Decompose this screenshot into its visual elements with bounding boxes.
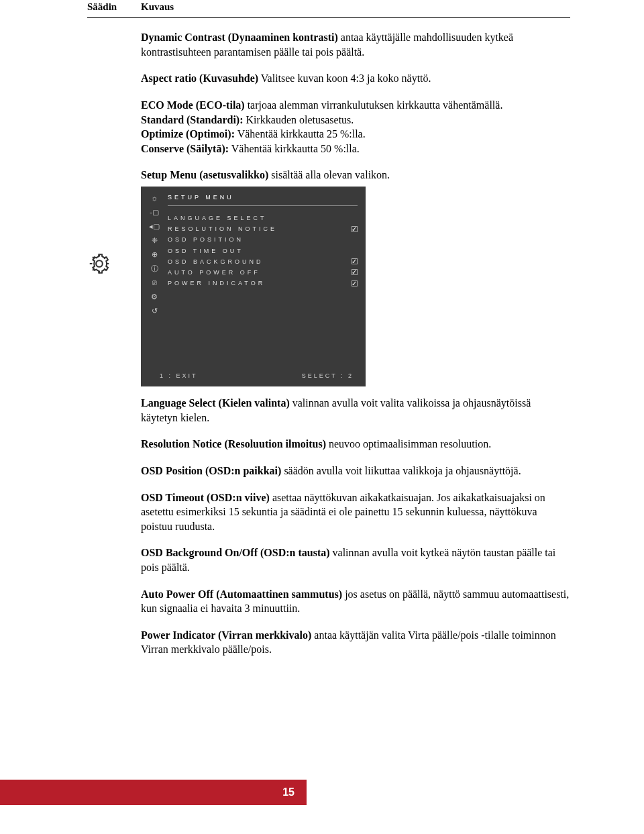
text: neuvoo optimaalisimman resoluution.: [326, 438, 491, 450]
para-osd-timeout: OSD Timeout (OSD:n viive) asettaa näyttö…: [141, 490, 570, 534]
bold: OSD Background On/Off (OSD:n tausta): [141, 547, 330, 558]
footer-left: [0, 780, 270, 805]
text: säädön avulla voit liikuttaa valikkoja j…: [281, 465, 521, 476]
osd-checkbox: [352, 269, 358, 275]
info-icon: ⓘ: [151, 265, 158, 272]
icon-column: [87, 30, 141, 280]
bold: Conserve (Säilytä):: [141, 143, 229, 154]
osd-item-label: LANGUAGE SELECT: [168, 214, 267, 222]
footer-right: [307, 780, 644, 805]
adjust-icon: ⎚: [152, 279, 157, 286]
para-resolution-notice: Resolution Notice (Resoluution ilmoitus)…: [141, 437, 570, 452]
osd-item-label: OSD BACKGROUND: [168, 258, 264, 266]
globe-icon: ⊕: [152, 251, 158, 258]
brightness-icon: ☼: [151, 195, 158, 202]
osd-item: OSD TIME OUT: [168, 246, 358, 256]
reset-icon: ↺: [152, 307, 158, 315]
para-language-select: Language Select (Kielen valinta) valinna…: [141, 396, 570, 425]
osd-footer: 1 : EXIT SELECT : 2: [141, 366, 366, 386]
osd-item: OSD BACKGROUND: [168, 256, 358, 267]
osd-item: AUTO POWER OFF: [168, 267, 358, 278]
bold: OSD Timeout (OSD:n viive): [141, 492, 270, 503]
content-row: Dynamic Contrast (Dynaaminen kontrasti) …: [87, 30, 570, 669]
bold: Dynamic Contrast (Dynaaminen kontrasti): [141, 32, 338, 43]
text: tarjoaa alemman virrankulutuksen kirkkau…: [245, 99, 503, 111]
footer-bar: 15: [0, 780, 644, 805]
page: Säädin Kuvaus Dynamic Contrast (Dynaamin…: [0, 0, 644, 805]
bold: OSD Position (OSD:n paikkai): [141, 465, 281, 476]
para-aspect-ratio: Aspect ratio (Kuvasuhde) Valitsee kuvan …: [141, 71, 570, 86]
audio-icon: ◂▢: [149, 223, 160, 230]
input-icon: -▢: [150, 209, 159, 216]
osd-item-label: OSD TIME OUT: [168, 247, 244, 255]
text: Vähentää kirkkautta 50 %:lla.: [229, 143, 360, 154]
osd-item: POWER INDICATOR: [168, 278, 358, 289]
text: Kirkkauden oletusasetus.: [243, 114, 354, 125]
text: Vähentää kirkkautta 25 %:lla.: [235, 128, 366, 140]
para-power-indicator: Power Indicator (Virran merkkivalo) anta…: [141, 628, 570, 657]
gear-icon: [87, 252, 111, 276]
osd-main: SETUP MENU LANGUAGE SELECTRESOLUTION NOT…: [162, 193, 358, 356]
osd-item-label: AUTO POWER OFF: [168, 268, 260, 276]
osd-item-label: POWER INDICATOR: [168, 279, 265, 287]
osd-checkbox: [352, 280, 358, 286]
osd-items: LANGUAGE SELECTRESOLUTION NOTICEOSD POSI…: [168, 213, 358, 289]
osd-panel: ☼ -▢ ◂▢ ❈ ⊕ ⓘ ⎚ ⚙ ↺ SETUP MENU LANGUAGE …: [141, 187, 366, 386]
osd-footer-exit: 1 : EXIT: [160, 372, 198, 380]
page-number: 15: [270, 780, 307, 805]
bold: Auto Power Off (Automaattinen sammutus): [141, 588, 342, 600]
bold: Setup Menu (asetusvalikko): [141, 169, 268, 180]
osd-checkbox: [352, 258, 358, 264]
settings-gear-icon: ⚙: [151, 293, 158, 301]
osd-item: LANGUAGE SELECT: [168, 213, 358, 223]
bold: Language Select (Kielen valinta): [141, 397, 290, 409]
header-kuvaus: Kuvaus: [141, 0, 570, 13]
text: Valitsee kuvan koon 4:3 ja koko näyttö.: [258, 72, 431, 84]
bold: Optimize (Optimoi):: [141, 128, 235, 140]
table-header: Säädin Kuvaus: [87, 0, 570, 18]
color-icon: ❈: [152, 237, 158, 244]
para-osd-position: OSD Position (OSD:n paikkai) säädön avul…: [141, 464, 570, 478]
para-dynamic-contrast: Dynamic Contrast (Dynaaminen kontrasti) …: [141, 30, 570, 59]
osd-spacer: [168, 289, 358, 356]
osd-checkbox: [352, 226, 358, 232]
osd-item: RESOLUTION NOTICE: [168, 223, 358, 234]
osd-footer-select: SELECT : 2: [302, 372, 354, 380]
bold: Power Indicator (Virran merkkivalo): [141, 629, 311, 641]
osd-item: OSD POSITION: [168, 234, 358, 245]
svg-point-0: [96, 260, 103, 267]
para-setup-menu: Setup Menu (asetusvalikko) sisältää alla…: [141, 168, 570, 183]
osd-item-label: RESOLUTION NOTICE: [168, 225, 277, 233]
para-auto-power-off: Auto Power Off (Automaattinen sammutus) …: [141, 587, 570, 616]
bold: Aspect ratio (Kuvasuhde): [141, 72, 258, 84]
osd-body: ☼ -▢ ◂▢ ❈ ⊕ ⓘ ⎚ ⚙ ↺ SETUP MENU LANGUAGE …: [141, 187, 366, 366]
header-saadin: Säädin: [87, 0, 141, 13]
bold: Resolution Notice (Resoluution ilmoitus): [141, 438, 326, 450]
para-osd-background: OSD Background On/Off (OSD:n tausta) val…: [141, 545, 570, 574]
osd-title: SETUP MENU: [168, 193, 358, 206]
description-column: Dynamic Contrast (Dynaaminen kontrasti) …: [141, 30, 570, 669]
bold: Standard (Standardi):: [141, 114, 243, 125]
bold: ECO Mode (ECO-tila): [141, 99, 245, 111]
osd-item-label: OSD POSITION: [168, 236, 244, 244]
para-eco-mode: ECO Mode (ECO-tila) tarjoaa alemman virr…: [141, 98, 570, 156]
text: sisältää alla olevan valikon.: [268, 169, 390, 180]
osd-sidebar-icons: ☼ -▢ ◂▢ ❈ ⊕ ⓘ ⎚ ⚙ ↺: [146, 193, 162, 356]
